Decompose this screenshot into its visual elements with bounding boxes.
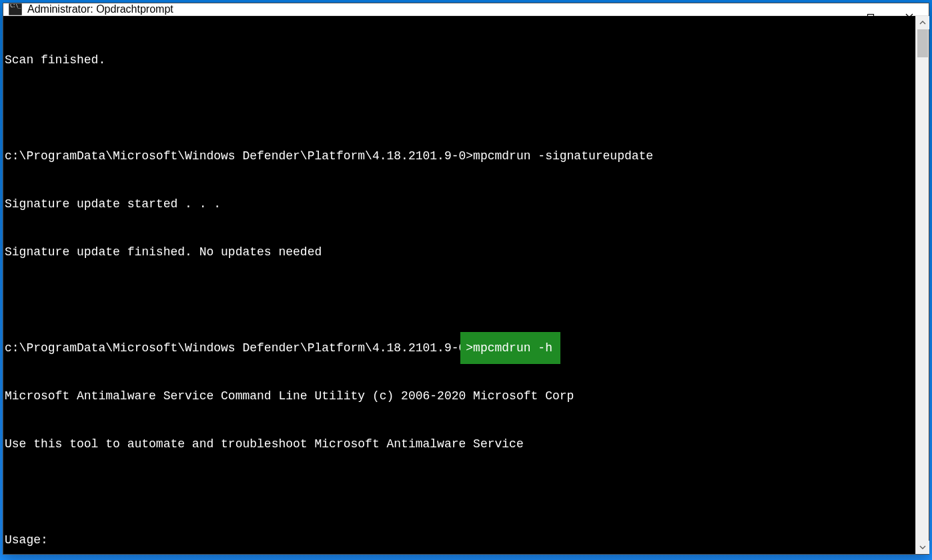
output-line: Microsoft Antimalware Service Command Li… [5, 388, 914, 404]
prompt-path: c:\ProgramData\Microsoft\Windows Defende… [5, 341, 466, 355]
cmd-icon [9, 3, 22, 15]
chevron-down-icon [919, 544, 926, 551]
output-line: Signature update started . . . [5, 196, 914, 212]
output-line: Scan finished. [5, 52, 914, 68]
command-prompt-window: Administrator: Opdrachtprompt S [3, 3, 929, 555]
output-line: Signature update finished. No updates ne… [5, 244, 914, 260]
output-blank [5, 292, 914, 308]
terminal-output[interactable]: Scan finished. c:\ProgramData\Microsoft\… [3, 16, 915, 554]
scroll-up-button[interactable] [916, 16, 929, 29]
client-area: Scan finished. c:\ProgramData\Microsoft\… [3, 16, 929, 554]
command-highlight: >mpcmdrun -h [464, 336, 556, 360]
scroll-track[interactable] [916, 29, 929, 541]
window-title: Administrator: Opdrachtprompt [27, 3, 173, 15]
chevron-up-icon [919, 19, 926, 26]
scroll-down-button[interactable] [916, 541, 929, 554]
output-line: Use this tool to automate and troublesho… [5, 436, 914, 452]
output-line: c:\ProgramData\Microsoft\Windows Defende… [5, 148, 914, 164]
output-blank [5, 100, 914, 116]
prompt-line: c:\ProgramData\Microsoft\Windows Defende… [5, 340, 914, 356]
output-blank [5, 484, 914, 500]
output-line: Usage: [5, 532, 914, 548]
scroll-thumb[interactable] [917, 29, 928, 57]
highlighted-command: >mpcmdrun -h [466, 341, 552, 355]
vertical-scrollbar[interactable] [915, 16, 929, 554]
titlebar[interactable]: Administrator: Opdrachtprompt [3, 3, 929, 16]
